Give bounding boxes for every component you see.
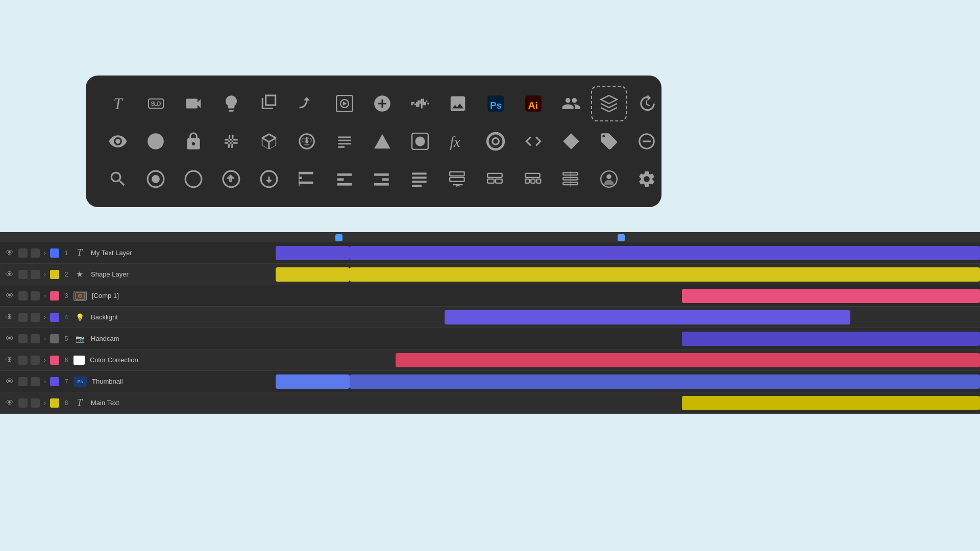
lock-button[interactable] (31, 270, 40, 279)
timeline-bar[interactable] (682, 332, 980, 346)
gear-icon[interactable] (629, 161, 665, 197)
person-circle-icon[interactable] (591, 161, 627, 197)
comp-motion-icon[interactable] (327, 86, 362, 121)
layer-name: Thumbnail (92, 378, 123, 385)
visibility-toggle[interactable]: 👁 (4, 291, 15, 300)
diamond-icon[interactable] (553, 123, 589, 159)
visibility-toggle[interactable]: 👁 (4, 377, 15, 386)
timeline-bar-2[interactable] (350, 267, 980, 282)
lock-button[interactable] (31, 377, 40, 386)
visibility-toggle[interactable]: 👁 (4, 270, 15, 279)
lock-icon[interactable] (176, 123, 211, 159)
ring-icon[interactable] (478, 123, 513, 159)
circle-outline-icon[interactable] (176, 161, 211, 197)
expand-chevron[interactable]: › (44, 335, 46, 342)
circle-plus-icon[interactable] (364, 86, 400, 121)
solo-button[interactable] (18, 356, 28, 365)
mask-icon[interactable] (289, 123, 325, 159)
visibility-toggle[interactable]: 👁 (4, 398, 15, 408)
expand-chevron[interactable]: › (44, 314, 46, 321)
layer-controls-7: 👁 › 7 Ps Thumbnail (0, 377, 276, 387)
solo-button[interactable] (18, 248, 28, 258)
align-center-icon[interactable] (327, 161, 362, 197)
solo-button[interactable] (18, 398, 28, 408)
timeline-bar[interactable] (276, 374, 350, 389)
split-v3-icon[interactable] (516, 161, 551, 197)
timeline-bar[interactable] (445, 310, 850, 324)
triangle-up-icon[interactable] (364, 123, 400, 159)
split-v1-icon[interactable] (440, 161, 476, 197)
timeline-bar[interactable] (276, 246, 350, 260)
timeline-bars-8 (276, 392, 980, 413)
timeline-bar[interactable] (396, 353, 980, 367)
arrow-up-circle-icon[interactable] (213, 161, 249, 197)
hash-icon[interactable] (213, 123, 249, 159)
align-right-icon[interactable] (364, 161, 400, 197)
slide-icon[interactable]: SLD (138, 86, 174, 121)
no-entry-icon[interactable] (629, 123, 665, 159)
split-v2-icon[interactable] (478, 161, 513, 197)
visibility-toggle[interactable]: 👁 (4, 334, 15, 343)
illustrator-icon[interactable]: Ai (516, 86, 551, 121)
expand-chevron[interactable]: › (44, 378, 46, 385)
visibility-toggle[interactable]: 👁 (4, 248, 15, 258)
circle-filled-icon[interactable] (138, 123, 174, 159)
timeline-bar-2[interactable] (350, 374, 980, 389)
layers-select-icon[interactable] (591, 86, 627, 121)
playhead-right[interactable] (618, 234, 625, 241)
lock-button[interactable] (31, 356, 40, 365)
icon-panel: T SLD (86, 76, 662, 207)
eye-icon[interactable] (100, 123, 136, 159)
expand-chevron[interactable]: › (44, 399, 46, 407)
layer-name: Backlight (91, 313, 118, 321)
video-camera-icon[interactable] (176, 86, 211, 121)
tag-icon[interactable] (591, 123, 627, 159)
image-icon[interactable] (440, 86, 476, 121)
photoshop-icon[interactable]: Ps (478, 86, 513, 121)
align-left-icon[interactable] (289, 161, 325, 197)
solo-button[interactable] (18, 334, 28, 343)
solo-button[interactable] (18, 291, 28, 300)
layer-row: 👁 › 3 [Comp 1] (0, 285, 980, 307)
transform-icon[interactable] (251, 86, 287, 121)
lock-button[interactable] (31, 313, 40, 322)
waveform-icon[interactable] (402, 86, 438, 121)
svg-point-8 (308, 138, 312, 142)
expand-chevron[interactable]: › (44, 357, 46, 364)
timeline-bar[interactable] (682, 289, 980, 303)
people-icon[interactable] (553, 86, 589, 121)
timeline-bar[interactable] (276, 267, 350, 282)
lock-button[interactable] (31, 248, 40, 258)
expand-chevron[interactable]: › (44, 292, 46, 299)
text-align-icon[interactable] (327, 123, 362, 159)
playhead-area[interactable] (0, 232, 980, 242)
lock-button[interactable] (31, 334, 40, 343)
expand-chevron[interactable]: › (44, 271, 46, 278)
lock-button[interactable] (31, 291, 40, 300)
history-icon[interactable] (629, 86, 665, 121)
solo-button[interactable] (18, 377, 28, 386)
fx-icon[interactable]: fx (440, 123, 476, 159)
text-tool-icon[interactable]: T (100, 86, 136, 121)
visibility-toggle[interactable]: 👁 (4, 356, 15, 365)
radio-button-icon[interactable] (138, 161, 174, 197)
search-icon[interactable] (100, 161, 136, 197)
arrow-down-circle-icon[interactable] (251, 161, 287, 197)
align-eq-icon[interactable] (553, 161, 589, 197)
playhead-left[interactable] (335, 234, 342, 241)
cube-icon[interactable] (251, 123, 287, 159)
solo-button[interactable] (18, 270, 28, 279)
lightbulb-icon[interactable] (213, 86, 249, 121)
svg-rect-41 (536, 179, 541, 183)
justify-icon[interactable] (402, 161, 438, 197)
timeline-bar-2[interactable] (350, 246, 980, 260)
svg-text:fx: fx (450, 134, 460, 150)
bend-icon[interactable] (289, 86, 325, 121)
record-icon[interactable] (402, 123, 438, 159)
solo-button[interactable] (18, 313, 28, 322)
code-icon[interactable] (516, 123, 551, 159)
lock-button[interactable] (31, 398, 40, 408)
timeline-bar[interactable] (682, 396, 980, 410)
expand-chevron[interactable]: › (44, 249, 46, 257)
visibility-toggle[interactable]: 👁 (4, 313, 15, 322)
